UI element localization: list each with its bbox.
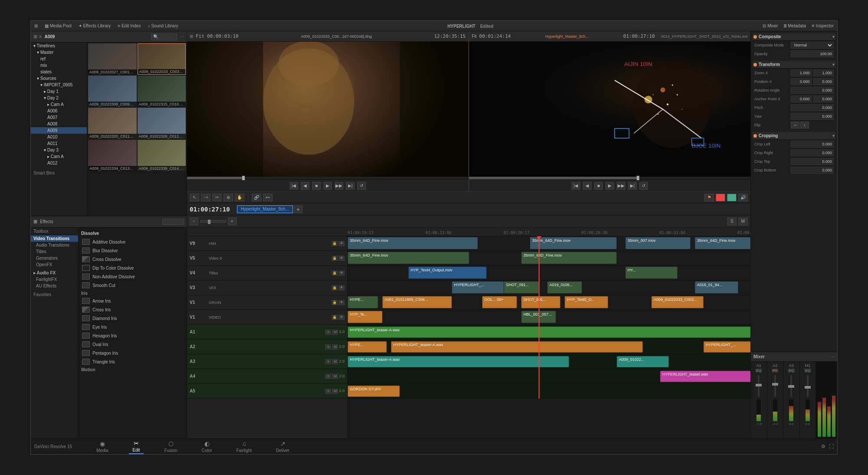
position-x-value[interactable]: 0.000: [791, 78, 812, 85]
cropping-section-header[interactable]: Cropping ▾: [753, 132, 835, 140]
openfx-item[interactable]: OpenFX: [31, 261, 78, 268]
cross-dissolve-item[interactable]: Cross Dissolve: [80, 255, 185, 264]
select-tool-btn[interactable]: ↖: [190, 194, 199, 201]
clip-v3-2[interactable]: SHOT_091...: [504, 281, 539, 294]
tl-tool2[interactable]: M: [738, 218, 748, 225]
sound-library-tab[interactable]: ♪ Sound Library: [148, 23, 178, 28]
track-a4-s-btn[interactable]: S: [325, 374, 331, 379]
track-a2-s-btn[interactable]: S: [325, 344, 331, 350]
clip-a4-1[interactable]: HYPERLIGHT_teaser.wav: [660, 371, 750, 382]
clip-v3-3[interactable]: A019_0106...: [547, 281, 582, 294]
timeline-add-tab-btn[interactable]: +: [294, 205, 302, 213]
zoom-y-value[interactable]: 1.000: [813, 69, 834, 76]
track-v1-vis-btn[interactable]: 👁: [339, 315, 345, 320]
color-swatch-btn1[interactable]: [716, 194, 725, 201]
tree-day3[interactable]: ▾ Day 3: [31, 147, 87, 153]
effects-search-input[interactable]: [162, 219, 184, 225]
tree-day1[interactable]: ▸ Day 1: [31, 88, 87, 95]
blur-dissolve-item[interactable]: Blur Dissolve: [80, 246, 185, 255]
flag-btn[interactable]: ⚑: [704, 194, 714, 201]
edit-index-tab[interactable]: ≡ Edit Index: [118, 23, 141, 28]
crop-top-value[interactable]: 0.000: [791, 158, 834, 165]
track-v5-lock-btn[interactable]: 🔒: [332, 256, 338, 261]
clip-a5-1[interactable]: GORDON STUFF: [348, 386, 400, 397]
right-next-frame-btn[interactable]: ▶▶: [617, 182, 625, 190]
track-a5-m-btn[interactable]: M: [332, 389, 338, 394]
left-next-frame-btn[interactable]: ▶▶: [335, 182, 343, 190]
generators-item[interactable]: Generators: [31, 255, 78, 261]
clip-v1g-4[interactable]: SHOT_091...: [521, 296, 560, 308]
clip-v3-1[interactable]: HYPERLIGHT_...: [452, 281, 504, 294]
track-v3-lock-btn[interactable]: 🔒: [332, 285, 338, 290]
right-viewer-playhead[interactable]: [637, 176, 639, 180]
view-options-btn[interactable]: ⋯: [180, 34, 184, 39]
audio-vol-btn[interactable]: 🔊: [738, 194, 748, 201]
crop-right-value[interactable]: 0.000: [791, 149, 834, 156]
tree-master[interactable]: ▾ Master: [31, 49, 87, 56]
track-v4-vis-btn[interactable]: 👁: [339, 270, 345, 276]
metadata-tab[interactable]: ≣ Metadata: [783, 23, 806, 28]
clip-a1-1[interactable]: HYPERLIGHT_teaser-A.wav: [348, 327, 750, 338]
tree-a010[interactable]: A010: [31, 134, 87, 140]
tree-cama[interactable]: ▸ Cam A: [31, 101, 87, 108]
zoom-tool-btn[interactable]: ⊕: [224, 194, 233, 201]
thumbnail-7[interactable]: A009_01022334_C013_0...: [88, 140, 137, 171]
right-skip-end-btn[interactable]: ▶|: [628, 182, 637, 190]
channel-a1-eq-btn[interactable]: EQ: [755, 369, 762, 373]
thumbnail-3[interactable]: A009_01022308_C009_0...: [88, 76, 137, 107]
crop-bottom-value[interactable]: 0.000: [791, 167, 834, 174]
razor-tool-btn[interactable]: ✂: [212, 194, 222, 201]
tree-mix[interactable]: mix: [31, 62, 87, 69]
tree-a011[interactable]: A011: [31, 140, 87, 147]
arrow-iris-item[interactable]: Arrow Iris: [80, 297, 185, 305]
triangle-iris-item[interactable]: Triangle Iris: [80, 357, 185, 366]
cross-iris-item[interactable]: Cross Iris: [80, 305, 185, 314]
tree-a007[interactable]: A007: [31, 114, 87, 121]
track-a3-m-btn[interactable]: M: [332, 359, 338, 364]
settings-icon[interactable]: ⚙: [821, 444, 825, 449]
clip-v1-1[interactable]: HYP_Te...: [348, 311, 382, 323]
audio-transitions-item[interactable]: Audio Transitions: [31, 242, 78, 248]
media-search-input[interactable]: [151, 33, 177, 40]
channel-a2-eq-btn[interactable]: FO: [772, 369, 778, 373]
clip-v5-1[interactable]: 35mm_64D_Fine.mov: [348, 252, 469, 264]
nav-edit[interactable]: ✂ Edit: [129, 439, 143, 454]
inspector-tab[interactable]: ✕ Inspector: [811, 23, 834, 28]
composite-mode-dropdown[interactable]: Normal: [791, 42, 834, 49]
non-additive-dissolve-item[interactable]: Non-Additive Dissolve: [80, 272, 185, 281]
smooth-cut-item[interactable]: Smooth Cut: [80, 281, 185, 290]
tree-ref[interactable]: ref: [31, 56, 87, 62]
channel-a2-fader-track[interactable]: [774, 375, 776, 397]
track-a1-s-btn[interactable]: S: [325, 330, 331, 335]
nav-media[interactable]: ◉ Media: [93, 439, 112, 454]
flip-h-btn[interactable]: ↔: [791, 122, 799, 129]
clip-v9-4[interactable]: 35mm_64D_Fine.mov: [695, 237, 750, 249]
tree-import0905[interactable]: ▾ IMPORT_0905: [31, 82, 87, 88]
clip-v9-3[interactable]: 35mm_007.mov: [625, 237, 690, 249]
thumbnail-5[interactable]: A009_01022320_C011_0...: [88, 108, 137, 139]
eye-iris-item[interactable]: Eye Iris: [80, 323, 185, 331]
clip-a2-1[interactable]: HYPE...: [348, 341, 387, 353]
left-viewer-playhead[interactable]: [242, 176, 245, 180]
track-v1g-vis-btn[interactable]: 👁: [339, 300, 345, 305]
fullscreen-icon[interactable]: ⛶: [829, 444, 834, 449]
anchor-y-value[interactable]: 0.000: [813, 96, 834, 102]
timeline-zoom-slider[interactable]: [200, 220, 226, 223]
tree-sources[interactable]: ▾ Sources: [31, 75, 87, 82]
track-v1g-lock-btn[interactable]: 🔒: [332, 300, 338, 305]
clip-v5-2[interactable]: 35mm_64D_Fine.mov: [521, 252, 617, 264]
tree-a006[interactable]: A006: [31, 108, 87, 114]
nav-color[interactable]: ◐ Color: [198, 439, 216, 454]
channel-a2-fader-knob[interactable]: [772, 383, 778, 386]
track-v1-lock-btn[interactable]: 🔒: [332, 315, 338, 320]
fairlightfx-item[interactable]: FairlightFX: [31, 276, 78, 283]
clip-v1g-2[interactable]: A001_01011809_C306...: [382, 296, 452, 308]
mixer-tab[interactable]: ⊟ Mixer: [763, 23, 778, 28]
audio-fx-item[interactable]: ▸ Audio FX: [31, 270, 78, 276]
clip-v1g-6[interactable]: A009_01022033_C003...: [651, 296, 704, 308]
transform-section-header[interactable]: Transform ▾: [753, 61, 835, 69]
hexagon-iris-item[interactable]: Hexagon Iris: [80, 331, 185, 340]
tree-day2[interactable]: ▾ Day 2: [31, 95, 87, 101]
thumbnail-1[interactable]: A009_01022027_C001_0...: [88, 43, 137, 75]
clip-a3-1[interactable]: HYPERLIGHT_teaser-A.wav: [348, 356, 569, 367]
